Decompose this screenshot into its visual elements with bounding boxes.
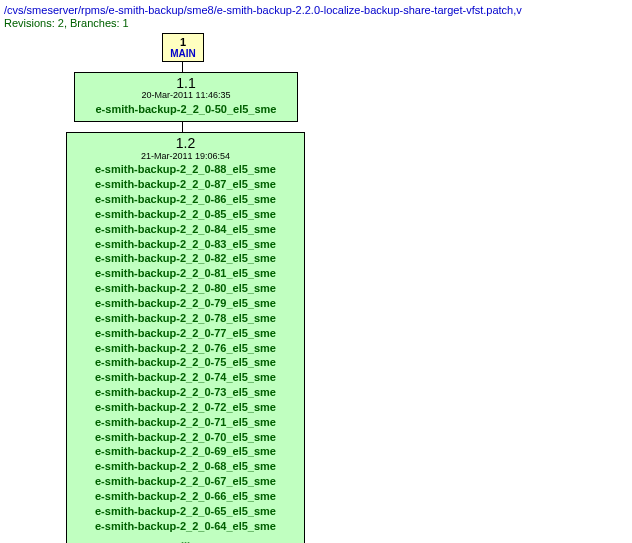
revision-tag: e-smith-backup-2_2_0-79_el5_sme bbox=[71, 296, 300, 311]
revision-tag: e-smith-backup-2_2_0-74_el5_sme bbox=[71, 370, 300, 385]
revision-tag: e-smith-backup-2_2_0-65_el5_sme bbox=[71, 504, 300, 519]
revision-tag: e-smith-backup-2_2_0-78_el5_sme bbox=[71, 311, 300, 326]
revision-date: 20-Mar-2011 11:46:35 bbox=[79, 91, 293, 101]
revision-tag: e-smith-backup-2_2_0-88_el5_sme bbox=[71, 162, 300, 177]
revision-tag: e-smith-backup-2_2_0-81_el5_sme bbox=[71, 266, 300, 281]
revision-tag: e-smith-backup-2_2_0-86_el5_sme bbox=[71, 192, 300, 207]
revision-tag: e-smith-backup-2_2_0-67_el5_sme bbox=[71, 474, 300, 489]
ellipsis-icon: ... bbox=[71, 534, 300, 544]
revision-number: 1.1 bbox=[79, 76, 293, 91]
revision-tag: e-smith-backup-2_2_0-50_el5_sme bbox=[79, 102, 293, 117]
revision-node-11[interactable]: 1.1 20-Mar-2011 11:46:35 e-smith-backup-… bbox=[74, 72, 298, 122]
revision-tag: e-smith-backup-2_2_0-75_el5_sme bbox=[71, 355, 300, 370]
revision-tag: e-smith-backup-2_2_0-70_el5_sme bbox=[71, 430, 300, 445]
revision-tag: e-smith-backup-2_2_0-72_el5_sme bbox=[71, 400, 300, 415]
file-path: /cvs/smeserver/rpms/e-smith-backup/sme8/… bbox=[4, 4, 632, 16]
revision-tag: e-smith-backup-2_2_0-82_el5_sme bbox=[71, 251, 300, 266]
revision-tag: e-smith-backup-2_2_0-71_el5_sme bbox=[71, 415, 300, 430]
revision-tag: e-smith-backup-2_2_0-84_el5_sme bbox=[71, 222, 300, 237]
revision-tag: e-smith-backup-2_2_0-77_el5_sme bbox=[71, 326, 300, 341]
revision-date: 21-Mar-2011 19:06:54 bbox=[71, 152, 300, 162]
revision-tag: e-smith-backup-2_2_0-69_el5_sme bbox=[71, 444, 300, 459]
branch-root-node[interactable]: 1 MAIN bbox=[162, 33, 204, 62]
revision-tag: e-smith-backup-2_2_0-83_el5_sme bbox=[71, 237, 300, 252]
revision-tag: e-smith-backup-2_2_0-68_el5_sme bbox=[71, 459, 300, 474]
branch-label: MAIN bbox=[163, 48, 203, 59]
revision-tag: e-smith-backup-2_2_0-76_el5_sme bbox=[71, 341, 300, 356]
branch-number: 1 bbox=[163, 37, 203, 48]
revision-node-12[interactable]: 1.2 21-Mar-2011 19:06:54 e-smith-backup-… bbox=[66, 132, 305, 543]
revision-tag: e-smith-backup-2_2_0-73_el5_sme bbox=[71, 385, 300, 400]
revisions-info: Revisions: 2, Branches: 1 bbox=[4, 17, 632, 29]
revision-tags-list: e-smith-backup-2_2_0-88_el5_smee-smith-b… bbox=[71, 162, 300, 533]
revision-tag: e-smith-backup-2_2_0-80_el5_sme bbox=[71, 281, 300, 296]
revision-graph: 1 MAIN 1.1 20-Mar-2011 11:46:35 e-smith-… bbox=[54, 33, 632, 543]
revision-tag: e-smith-backup-2_2_0-87_el5_sme bbox=[71, 177, 300, 192]
revision-tag: e-smith-backup-2_2_0-66_el5_sme bbox=[71, 489, 300, 504]
graph-connector bbox=[182, 62, 183, 72]
graph-connector bbox=[182, 122, 183, 132]
revision-tag: e-smith-backup-2_2_0-64_el5_sme bbox=[71, 519, 300, 534]
revision-number: 1.2 bbox=[71, 136, 300, 151]
revision-tag: e-smith-backup-2_2_0-85_el5_sme bbox=[71, 207, 300, 222]
